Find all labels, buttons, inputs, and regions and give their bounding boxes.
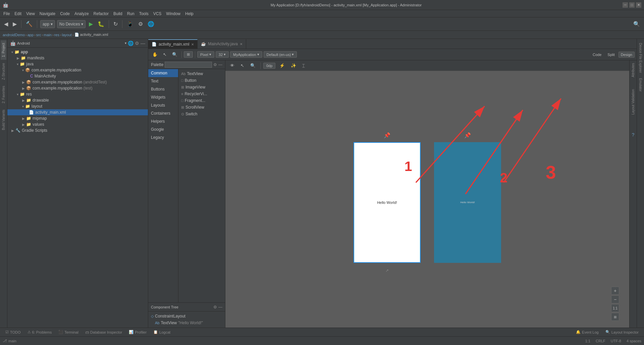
menu-window[interactable]: Window — [164, 11, 182, 17]
palette-item-fragment[interactable]: □ Fragment... — [180, 97, 224, 104]
design-mode-btn[interactable]: Design — [619, 52, 635, 58]
zoom-out-button[interactable]: − — [611, 295, 619, 303]
breadcrumb-item-1[interactable]: app — [28, 33, 34, 37]
close-button[interactable]: ✕ — [636, 2, 641, 8]
tree-item-app[interactable]: ▾ 📁 app — [7, 49, 148, 55]
zoom-fit-button[interactable]: 1:1 — [611, 304, 619, 312]
code-mode-btn[interactable]: Code — [590, 52, 604, 58]
ct-close-btn[interactable]: — — [218, 305, 222, 309]
ct-settings-btn[interactable]: ⚙ — [213, 305, 217, 309]
palette-cat-helpers[interactable]: Helpers — [148, 117, 178, 125]
status-line-col[interactable]: 1:1 — [585, 339, 590, 343]
breadcrumb-item-4[interactable]: res — [54, 33, 59, 37]
constraints-btn[interactable]: ⚡ — [277, 62, 287, 69]
palette-item-switch[interactable]: ⊙ Switch — [180, 111, 224, 117]
translate-button[interactable]: 🌐 — [146, 20, 156, 28]
menu-file[interactable]: File — [1, 11, 12, 17]
tree-item-mainactivity[interactable]: C MainActivity — [7, 73, 148, 79]
bottom-tab-terminal[interactable]: ⬛ Terminal — [56, 329, 81, 335]
ct-item-textview[interactable]: Ab TextView "Hello World!" — [148, 320, 225, 326]
palette-cat-widgets[interactable]: Widgets — [148, 93, 178, 101]
palette-cat-common[interactable]: Common — [148, 69, 178, 77]
bottom-tab-logcat[interactable]: 📋 Logcat — [151, 329, 173, 335]
palette-close-btn[interactable]: — — [218, 62, 222, 67]
palette-settings-btn[interactable]: ⚙ — [213, 62, 217, 67]
locale-dropdown[interactable]: Default (en-us) ▾ — [264, 51, 297, 58]
project-settings-btn[interactable]: ⚙ — [135, 41, 139, 46]
forward-button[interactable]: ▶ — [11, 20, 18, 28]
tree-item-layout[interactable]: ▾ 📁 layout — [7, 103, 148, 109]
tree-item-res[interactable]: ▾ 📁 res — [7, 91, 148, 97]
tab-activity-main[interactable]: 📄 activity_main.xml ✕ — [148, 39, 198, 49]
status-encoding[interactable]: UTF-8 — [611, 339, 621, 343]
zoom-reset-button[interactable]: ⊞ — [611, 313, 619, 321]
status-crlf[interactable]: CRLF — [596, 339, 605, 343]
magic-btn[interactable]: ✨ — [289, 62, 298, 69]
tree-item-activity-main[interactable]: 📄 activity_main.xml — [7, 109, 148, 115]
bottom-tab-profiler[interactable]: 📊 Profiler — [126, 329, 149, 335]
pixel-dropdown[interactable]: Pixel ▾ — [197, 51, 214, 58]
breadcrumb-item-3[interactable]: main — [44, 33, 52, 37]
tree-item-test[interactable]: ▶ 📦 com.example.myapplication (test) — [7, 85, 148, 91]
bottom-tab-database-inspector[interactable]: 🗃 Database Inspector — [83, 330, 125, 335]
split-mode-btn[interactable]: Split — [605, 52, 617, 58]
palette-item-scrollview[interactable]: ⊞ ScrollView — [180, 104, 224, 111]
run-button[interactable]: ▶ — [88, 20, 94, 28]
breadcrumb-item-2[interactable]: src — [36, 33, 41, 37]
sidebar-item-build-variants[interactable]: Build Variants — [1, 107, 6, 133]
align-btn[interactable]: ⌶ — [300, 62, 307, 69]
menu-build[interactable]: Build — [111, 11, 124, 17]
select-tool-button[interactable]: ↖ — [161, 51, 169, 58]
palette-cat-buttons[interactable]: Buttons — [148, 85, 178, 93]
palette-cat-text[interactable]: Text — [148, 77, 178, 85]
tree-item-package-main[interactable]: ▾ 📦 com.example.myapplication — [7, 67, 148, 73]
tab-activity-main-close[interactable]: ✕ — [191, 43, 194, 46]
menu-refactor[interactable]: Refactor — [92, 11, 111, 17]
canvas-cursor-btn[interactable]: ↖ — [238, 62, 246, 69]
project-title-arrow[interactable]: ▾ — [125, 41, 126, 45]
breadcrumb-item-6[interactable]: 📄 activity_main.xml — [74, 33, 108, 37]
canvas-zoom-in-btn[interactable]: 🔍 — [248, 62, 258, 69]
tab-mainactivity[interactable]: ☕ MainActivity.java ✕ — [198, 39, 246, 49]
menu-navigate[interactable]: Navigate — [38, 11, 57, 17]
emulator-tab[interactable]: Emulator — [638, 75, 643, 94]
zoom-in-button[interactable]: + — [611, 287, 619, 295]
tree-item-androidtest[interactable]: ▶ 📦 com.example.myapplication (androidTe… — [7, 79, 148, 85]
question-icon[interactable]: ? — [631, 131, 636, 139]
palette-item-textview[interactable]: Ab TextView — [180, 70, 224, 77]
palette-item-recyclerview[interactable]: ≡ RecyclerVi... — [180, 91, 224, 97]
bottom-tab-problems[interactable]: ⚠ 6: Problems — [25, 329, 55, 335]
menu-vcs[interactable]: VCS — [151, 11, 164, 17]
no-devices-dropdown[interactable]: No Devices ▾ — [57, 20, 86, 28]
tree-item-drawable[interactable]: ▶ 📁 drawable — [7, 97, 148, 103]
bottom-tab-todo[interactable]: ☑ TODO — [3, 329, 23, 335]
sidebar-item-project[interactable]: 1: Project — [1, 40, 6, 60]
debug-button[interactable]: 🐛 — [96, 20, 106, 28]
layout-inspector-tab[interactable]: 🔍 Layout Inspector — [603, 329, 641, 335]
app-theme-dropdown[interactable]: MyApplication ▾ — [230, 51, 262, 58]
search-toolbar-button[interactable]: 🔍 — [632, 20, 641, 28]
palette-search-input[interactable] — [165, 62, 212, 68]
sdk-button[interactable]: ⚙ — [137, 20, 144, 28]
palette-cat-layouts[interactable]: Layouts — [148, 101, 178, 109]
design-canvas[interactable]: 👁 ↖ 🔍 0dp ⚡ ✨ ⌶ — [225, 60, 629, 328]
menu-edit[interactable]: Edit — [12, 11, 23, 17]
breadcrumb-item-5[interactable]: layout — [62, 33, 72, 37]
event-log-tab[interactable]: 🔔 Event Log — [573, 329, 601, 335]
margin-display[interactable]: 0dp — [263, 63, 275, 69]
back-button[interactable]: ◀ — [3, 20, 9, 28]
tree-item-mipmap[interactable]: ▶ 📁 mipmap — [7, 115, 148, 121]
layout-validation-tab[interactable]: Layout Validation — [630, 87, 636, 117]
menu-help[interactable]: Help — [183, 11, 196, 17]
sync-button[interactable]: ↻ — [112, 20, 119, 28]
canvas-eye-btn[interactable]: 👁 — [228, 62, 236, 69]
sidebar-item-favorites[interactable]: 2: Favorites — [1, 83, 6, 106]
sidebar-item-structure[interactable]: Z-Structure — [1, 60, 6, 82]
menu-run[interactable]: Run — [125, 11, 137, 17]
view-option-button[interactable]: ⊞ — [184, 51, 193, 58]
menu-view[interactable]: View — [24, 11, 37, 17]
tree-item-gradle[interactable]: ▶ 🔧 Gradle Scripts — [7, 127, 148, 133]
palette-cat-google[interactable]: Google — [148, 125, 178, 133]
avd-button[interactable]: 📱 — [125, 20, 135, 28]
tree-item-manifests[interactable]: ▶ 📁 manifests — [7, 55, 148, 61]
